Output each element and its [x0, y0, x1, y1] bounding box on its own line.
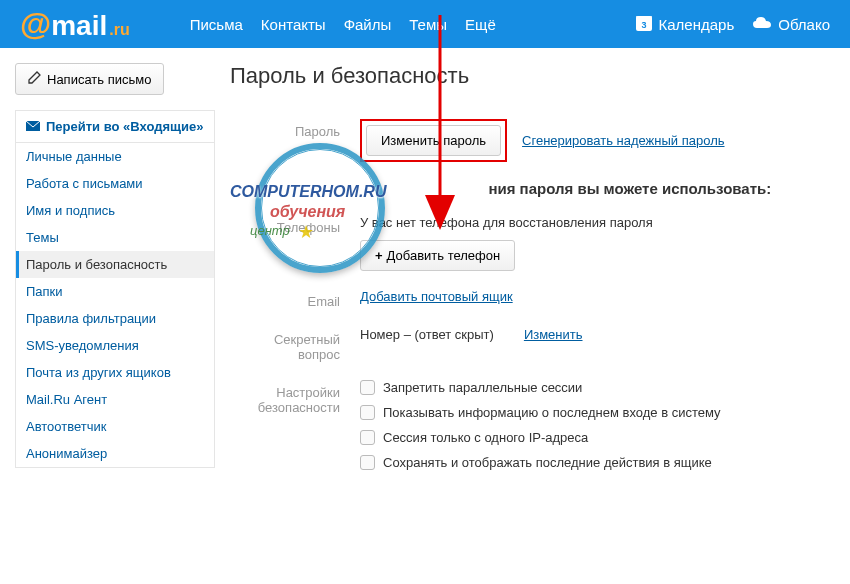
- logo[interactable]: @ mail .ru: [20, 6, 130, 43]
- security-option-1: Показывать информацию о последнем входе …: [360, 405, 830, 420]
- checkbox-0[interactable]: [360, 380, 375, 395]
- content: COMPUTERHOM.RU обучения центр ★ Пароль и…: [230, 63, 830, 498]
- security-label: Настройки безопасности: [230, 380, 360, 415]
- nav-cloud[interactable]: Облако: [752, 16, 830, 33]
- add-email-link[interactable]: Добавить почтовый ящик: [360, 289, 513, 304]
- checkbox-label-0: Запретить параллельные сессии: [383, 380, 582, 395]
- sidebar-item-9[interactable]: Mail.Ru Агент: [16, 386, 214, 413]
- logo-at: @: [20, 6, 51, 43]
- checkbox-3[interactable]: [360, 455, 375, 470]
- cloud-icon: [752, 16, 772, 33]
- compose-icon: [28, 71, 41, 87]
- nav-files[interactable]: Файлы: [344, 16, 392, 33]
- sidebar-item-11[interactable]: Анонимайзер: [16, 440, 214, 467]
- sidebar-item-0[interactable]: Личные данные: [16, 143, 214, 170]
- security-option-0: Запретить параллельные сессии: [360, 380, 830, 395]
- nav-cloud-label: Облако: [778, 16, 830, 33]
- sidebar-item-6[interactable]: Правила фильтрации: [16, 305, 214, 332]
- sidebar: Перейти во «Входящие» Личные данныеРабот…: [15, 110, 215, 468]
- left-column: Написать письмо Перейти во «Входящие» Ли…: [15, 63, 215, 498]
- sidebar-item-2[interactable]: Имя и подпись: [16, 197, 214, 224]
- password-label: Пароль: [230, 119, 360, 139]
- nav-contacts[interactable]: Контакты: [261, 16, 326, 33]
- plus-icon: +: [375, 248, 383, 263]
- secret-label: Секретный вопрос: [230, 327, 360, 362]
- add-phone-button[interactable]: +Добавить телефон: [360, 240, 515, 271]
- sidebar-item-7[interactable]: SMS-уведомления: [16, 332, 214, 359]
- change-password-button[interactable]: Изменить пароль: [366, 125, 501, 156]
- secret-value: Номер – (ответ скрыт): [360, 327, 494, 342]
- nav-themes[interactable]: Темы: [409, 16, 447, 33]
- sidebar-item-3[interactable]: Темы: [16, 224, 214, 251]
- nav-calendar-label: Календарь: [659, 16, 735, 33]
- body: Написать письмо Перейти во «Входящие» Ли…: [0, 48, 850, 498]
- compose-label: Написать письмо: [47, 72, 151, 87]
- change-secret-link[interactable]: Изменить: [524, 327, 583, 342]
- security-option-3: Сохранять и отображать последние действи…: [360, 455, 830, 470]
- phones-label: Телефоны: [230, 215, 360, 235]
- nav-calendar[interactable]: 3 Календарь: [635, 14, 735, 35]
- nav-letters[interactable]: Письма: [190, 16, 243, 33]
- checkbox-1[interactable]: [360, 405, 375, 420]
- sidebar-item-1[interactable]: Работа с письмами: [16, 170, 214, 197]
- envelope-icon: [26, 119, 40, 134]
- highlight-box: Изменить пароль: [360, 119, 507, 162]
- compose-button[interactable]: Написать письмо: [15, 63, 164, 95]
- page-title: Пароль и безопасность: [230, 63, 830, 89]
- checkbox-label-1: Показывать информацию о последнем входе …: [383, 405, 721, 420]
- secret-row: Секретный вопрос Номер – (ответ скрыт) И…: [230, 327, 830, 362]
- sidebar-item-5[interactable]: Папки: [16, 278, 214, 305]
- generate-password-link[interactable]: Сгенерировать надежный пароль: [522, 133, 724, 148]
- top-header: @ mail .ru Письма Контакты Файлы Темы Ещ…: [0, 0, 850, 48]
- main-nav: Письма Контакты Файлы Темы Ещё: [190, 16, 635, 33]
- checkbox-label-2: Сессия только с одного IP-адреса: [383, 430, 588, 445]
- sidebar-item-8[interactable]: Почта из других ящиков: [16, 359, 214, 386]
- calendar-icon: 3: [635, 14, 653, 35]
- checkbox-label-3: Сохранять и отображать последние действи…: [383, 455, 712, 470]
- checkbox-2[interactable]: [360, 430, 375, 445]
- sidebar-item-10[interactable]: Автоответчик: [16, 413, 214, 440]
- logo-ru: .ru: [109, 21, 129, 39]
- restore-heading: Для восстановления пароля вы можете испо…: [360, 180, 830, 197]
- logo-mail: mail: [51, 10, 107, 42]
- security-option-2: Сессия только с одного IP-адреса: [360, 430, 830, 445]
- phones-row: Телефоны У вас нет телефона для восстано…: [230, 215, 830, 271]
- svg-text:3: 3: [641, 20, 646, 30]
- sidebar-inbox[interactable]: Перейти во «Входящие»: [16, 111, 214, 143]
- sidebar-item-4[interactable]: Пароль и безопасность: [16, 251, 214, 278]
- email-row: Email Добавить почтовый ящик: [230, 289, 830, 309]
- password-row: Пароль Изменить пароль Сгенерировать над…: [230, 119, 830, 162]
- nav-more[interactable]: Ещё: [465, 16, 496, 33]
- nav-right: 3 Календарь Облако: [635, 14, 830, 35]
- email-label: Email: [230, 289, 360, 309]
- no-phone-text: У вас нет телефона для восстановления па…: [360, 215, 830, 230]
- security-row: Настройки безопасности Запретить паралле…: [230, 380, 830, 480]
- sidebar-inbox-label: Перейти во «Входящие»: [46, 119, 203, 134]
